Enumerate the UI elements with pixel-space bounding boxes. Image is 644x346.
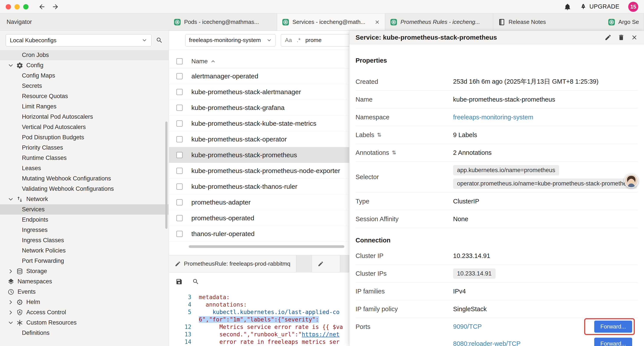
upgrade-button[interactable]: UPGRADE [580,3,620,10]
sidebar-item[interactable]: Port Forwarding [0,256,168,266]
sidebar-item[interactable]: Limit Ranges [0,101,168,112]
sidebar-item[interactable]: Secrets [0,81,168,91]
close-tab-icon[interactable] [374,19,380,25]
port-link[interactable]: 8080:reloader-web/TCP [453,340,520,346]
window-controls [6,4,28,9]
row-checkbox[interactable] [176,136,182,142]
sidebar-item[interactable]: Mutating Webhook Configurations [0,173,168,184]
chevron-right-icon [8,309,14,316]
sidebar-item[interactable]: Helm [0,297,168,307]
delete-trash-icon[interactable] [618,34,625,41]
row-checkbox[interactable] [176,73,182,79]
document-tab[interactable]: Prometheus Rules - icecheng... [385,13,493,30]
drawer-title: Service: kube-prometheus-stack-prometheu… [356,34,598,41]
navigator-panel-title: Navigator [0,13,169,30]
sidebar-item[interactable]: Priority Classes [0,143,168,153]
selector-badge: app.kubernetes.io/name=prometheus [453,165,559,175]
sidebar-item[interactable]: Ingresses [0,225,168,235]
dock-tab-prometheusrule[interactable]: PrometheusRule: freeleaps-prod-rabbitmq [169,255,296,272]
rocket-icon [580,3,587,10]
port-line: 8080:reloader-web/TCP Forward... [453,335,638,346]
sidebar-scrollbar[interactable] [165,122,168,229]
name-column-header[interactable]: Name [191,58,216,65]
sidebar-item[interactable]: Endpoints [0,215,168,225]
k8s-icon [608,18,615,26]
chevron-right-icon [8,299,14,306]
close-drawer-icon[interactable] [631,34,638,41]
sidebar-item[interactable]: Vertical Pod Autoscalers [0,122,168,132]
sidebar-item[interactable]: Network Policies [0,246,168,256]
sidebar-item[interactable]: Ingress Classes [0,235,168,246]
sidebar-item[interactable]: Runtime Classes [0,153,168,163]
zoom-window-button[interactable] [23,4,28,9]
sidebar-item[interactable]: Validating Webhook Configurations [0,184,168,194]
close-window-button[interactable] [6,4,11,9]
sidebar-item[interactable]: Access Control [0,307,168,318]
forward-button[interactable]: Forward... [594,321,632,333]
select-all-checkbox[interactable] [176,58,182,64]
sidebar-item[interactable]: Network [0,194,168,204]
save-icon[interactable] [176,278,182,285]
row-checkbox[interactable] [176,120,182,127]
selector-row: Selector app.kubernetes.io/name=promethe… [356,162,638,193]
sidebar-item[interactable]: Config [0,60,168,70]
ports-row: Ports 9090/TCP Forward... 8080:reloader-… [356,318,638,346]
namespace-filter-select[interactable]: freeleaps-monitoring-system [185,34,276,46]
dock-tab-partial[interactable] [312,255,340,272]
k8s-icon [282,18,289,26]
row-checkbox[interactable] [176,89,182,95]
row-checkbox[interactable] [176,231,182,237]
edit-pencil-icon[interactable] [604,34,612,41]
avatar[interactable] [624,174,638,188]
sidebar-item[interactable]: Events [0,287,168,297]
expand-toggle-icon[interactable]: ⇅ [392,150,396,156]
namespace-row: Namespace freeleaps-monitoring-system [356,108,638,126]
row-checkbox[interactable] [176,215,182,221]
notification-count-badge[interactable]: 15 [628,2,638,12]
document-tab[interactable]: Services - icecheng@math... [277,13,385,30]
sidebar-item[interactable]: Cron Jobs [0,50,168,60]
row-checkbox[interactable] [176,168,182,174]
horizontal-scrollbar[interactable] [189,245,344,248]
expand-toggle-icon[interactable]: ⇅ [377,132,381,138]
row-checkbox[interactable] [176,152,182,158]
document-tab[interactable]: Argo Se [603,13,644,30]
row-checkbox[interactable] [176,105,182,111]
cluster-ips-row: Cluster IPs 10.233.14.91 [356,265,638,283]
sidebar-item[interactable]: Leases [0,163,168,173]
sidebar-item[interactable]: Horizontal Pod Autoscalers [0,112,168,122]
kubeconfig-select[interactable]: Local Kubeconfigs [6,34,152,46]
sidebar-item[interactable]: Definitions [0,328,168,338]
sidebar-item[interactable]: Namespaces [0,276,168,287]
sidebar-item[interactable]: Services [0,204,168,215]
notifications-bell-icon[interactable] [564,3,571,10]
document-tabs: Pods - icecheng@mathmas... Services - ic… [169,13,644,30]
sidebar-search-icon[interactable] [156,37,163,44]
match-case-toggle[interactable]: Aa [285,37,292,43]
gear-icon [16,62,23,69]
sidebar-item[interactable]: Storage [0,266,168,276]
back-arrow-icon[interactable] [38,3,46,10]
namespace-link[interactable]: freeleaps-monitoring-system [453,114,533,121]
document-tab[interactable]: Pods - icecheng@mathmas... [169,13,277,30]
sidebar-item[interactable]: Custom Resources [0,318,168,328]
minimize-window-button[interactable] [14,4,20,9]
sidebar-nav-list: Cron Jobs Config Config Maps Secrets [0,50,168,338]
tab-strip: Navigator Pods - icecheng@mathmas... Ser… [0,13,644,31]
shield-icon [16,309,23,316]
service-detail-drawer: Service: kube-prometheus-stack-prometheu… [349,31,644,346]
forward-arrow-icon[interactable] [52,3,59,10]
pencil-icon [318,261,324,267]
row-checkbox[interactable] [176,199,182,205]
row-checkbox[interactable] [176,184,182,190]
sidebar-item[interactable]: Pod Disruption Budgets [0,132,168,143]
document-tab[interactable]: Release Notes [493,13,603,30]
sidebar-item[interactable]: Config Maps [0,70,168,81]
forward-button[interactable]: Forward... [594,338,632,346]
regex-toggle[interactable]: .* [297,37,300,43]
port-link[interactable]: 9090/TCP [453,323,482,330]
sidebar-item[interactable]: Resource Quotas [0,91,168,101]
chevron-down-icon [8,320,14,326]
editor-search-icon[interactable] [192,278,199,285]
clock-icon [8,288,14,296]
